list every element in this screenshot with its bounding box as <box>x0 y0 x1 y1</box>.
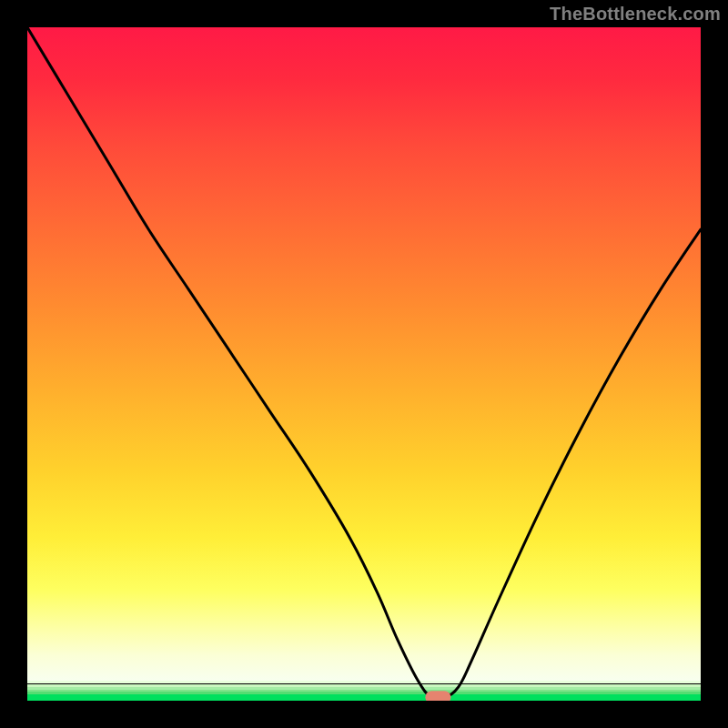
watermark-text: TheBottleneck.com <box>550 4 721 25</box>
chart-frame: TheBottleneck.com <box>0 0 728 728</box>
optimal-marker <box>425 691 450 701</box>
bottleneck-curve <box>27 27 701 701</box>
plot-area <box>27 27 701 701</box>
